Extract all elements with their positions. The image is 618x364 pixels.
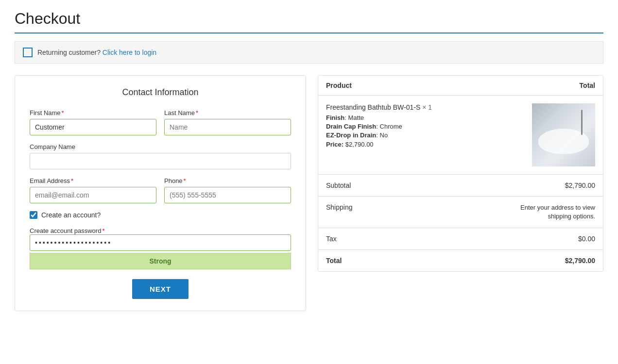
- first-name-label: First Name*: [30, 109, 156, 116]
- phone-group: Phone*: [164, 177, 291, 203]
- returning-customer-text[interactable]: Returning customer? Click here to login: [37, 49, 156, 56]
- order-summary-panel: Product Total Freestanding Bathtub BW-01…: [318, 75, 603, 272]
- returning-customer-bar: Returning customer? Click here to login: [15, 41, 603, 64]
- first-name-input[interactable]: [30, 119, 156, 135]
- form-section-title: Contact Information: [30, 87, 291, 98]
- subtotal-value: $2,790.00: [565, 182, 595, 189]
- shipping-label: Shipping: [326, 203, 353, 211]
- subtotal-label: Subtotal: [326, 182, 351, 189]
- last-name-group: Last Name*: [164, 109, 291, 135]
- phone-required: *: [184, 177, 186, 184]
- ez-drop-attr: EZ-Drop in Drain: No: [326, 132, 524, 139]
- drain-cap-attr: Drain Cap Finish: Chrome: [326, 123, 524, 130]
- subtotal-row: Subtotal $2,790.00: [318, 175, 603, 197]
- create-account-row: Create an account?: [30, 211, 291, 219]
- first-name-group: First Name*: [30, 109, 156, 135]
- product-name: Freestanding Bathtub BW-01-S × 1: [326, 103, 524, 111]
- email-required: *: [71, 177, 73, 184]
- create-account-checkbox[interactable]: [30, 211, 37, 219]
- login-link[interactable]: Click here to login: [103, 49, 156, 56]
- password-label: Create account password*: [30, 227, 104, 234]
- shipping-row: Shipping Enter your address to view ship…: [318, 197, 603, 228]
- password-strength-bar: Strong: [30, 253, 291, 269]
- contact-form-panel: Contact Information First Name* Last Nam…: [15, 75, 306, 311]
- bathtub-thumbnail: [532, 103, 595, 166]
- email-group: Email Address*: [30, 177, 156, 203]
- last-name-input[interactable]: [164, 119, 291, 135]
- main-layout: Contact Information First Name* Last Nam…: [15, 75, 603, 311]
- create-account-label[interactable]: Create an account?: [41, 211, 101, 219]
- title-divider: [15, 33, 603, 33]
- next-button[interactable]: NEXT: [132, 279, 189, 299]
- page-title: Checkout: [15, 10, 603, 28]
- email-label: Email Address*: [30, 177, 156, 184]
- name-row: First Name* Last Name*: [30, 109, 291, 135]
- company-label: Company Name: [30, 143, 291, 150]
- product-price-line: Price: $2,790.00: [326, 141, 524, 148]
- password-input[interactable]: [30, 234, 291, 251]
- company-row: Company Name: [30, 143, 291, 169]
- first-name-required: *: [62, 109, 64, 116]
- product-col-header: Product: [326, 82, 352, 89]
- last-name-required: *: [196, 109, 198, 116]
- total-label: Total: [326, 257, 342, 265]
- product-image: [532, 103, 595, 166]
- product-details: Freestanding Bathtub BW-01-S × 1 Finish:…: [326, 103, 524, 148]
- tax-value: $0.00: [578, 235, 595, 243]
- phone-input[interactable]: [164, 187, 291, 203]
- total-col-header: Total: [580, 82, 595, 89]
- next-button-row: NEXT: [30, 279, 291, 299]
- summary-header-row: Product Total: [318, 76, 603, 96]
- shipping-value: Enter your address to view shipping opti…: [517, 203, 595, 221]
- login-icon: [23, 48, 33, 57]
- password-section: Create account password* Strong: [30, 227, 291, 269]
- finish-attr: Finish: Matte: [326, 114, 524, 121]
- tax-label: Tax: [326, 235, 337, 243]
- email-input[interactable]: [30, 187, 156, 203]
- last-name-label: Last Name*: [164, 109, 291, 116]
- page-wrapper: Checkout Returning customer? Click here …: [0, 0, 618, 321]
- total-row: Total $2,790.00: [318, 250, 603, 271]
- company-group: Company Name: [30, 143, 291, 169]
- contact-row: Email Address* Phone*: [30, 177, 291, 203]
- company-input[interactable]: [30, 153, 291, 169]
- product-row: Freestanding Bathtub BW-01-S × 1 Finish:…: [318, 96, 603, 175]
- tax-row: Tax $0.00: [318, 228, 603, 250]
- phone-label: Phone*: [164, 177, 291, 184]
- total-value: $2,790.00: [565, 257, 595, 265]
- password-required: *: [102, 227, 104, 234]
